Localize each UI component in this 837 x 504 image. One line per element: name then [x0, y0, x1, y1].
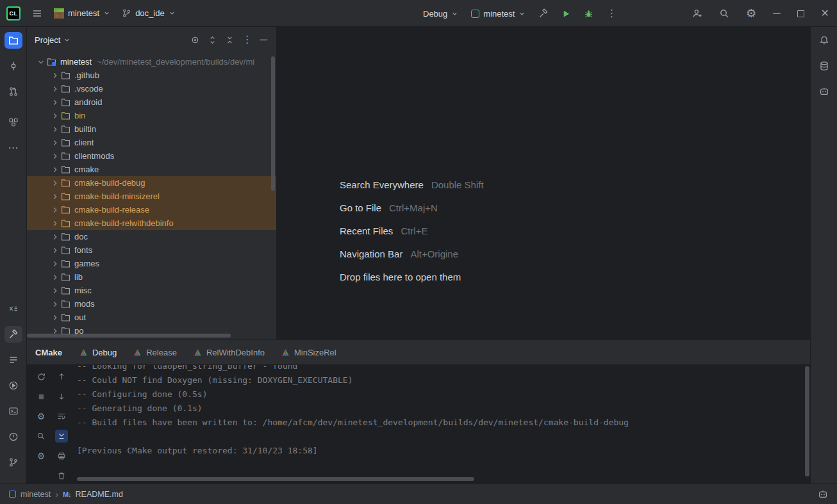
- tree-row[interactable]: .github: [27, 69, 276, 82]
- next-message-icon[interactable]: [55, 390, 68, 403]
- code-with-me-icon[interactable]: [692, 8, 702, 19]
- more-toolwindows-icon[interactable]: ⋯: [4, 140, 22, 156]
- tree-row[interactable]: cmake-build-relwithdebinfo: [27, 216, 276, 230]
- tree-row[interactable]: android: [27, 95, 276, 109]
- tree-row[interactable]: lib: [27, 270, 276, 284]
- tree-row[interactable]: cmake-build-debug: [27, 176, 276, 190]
- print-icon[interactable]: [55, 450, 68, 462]
- x-table-toolwindow-button[interactable]: [4, 300, 22, 317]
- project-widget[interactable]: minetest: [54, 8, 110, 19]
- database-toolwindow-button[interactable]: [815, 58, 833, 74]
- cmake-settings-icon[interactable]: ⚙: [35, 410, 47, 423]
- clear-all-icon[interactable]: [55, 469, 68, 482]
- debug-button[interactable]: [584, 9, 593, 19]
- tree-row[interactable]: cmake: [27, 163, 276, 176]
- prev-message-icon[interactable]: [55, 370, 68, 383]
- tree-row[interactable]: games: [27, 257, 276, 270]
- window-minimize-icon[interactable]: ─: [773, 8, 780, 19]
- editor-area[interactable]: Search Everywhere Double Shift Go to Fil…: [277, 27, 810, 339]
- find-in-output-icon[interactable]: [35, 430, 47, 443]
- chevron-right-icon[interactable]: [50, 259, 60, 268]
- chevron-right-icon[interactable]: [50, 300, 60, 309]
- chevron-right-icon[interactable]: [50, 219, 60, 228]
- chevron-down-icon[interactable]: [36, 58, 46, 67]
- project-vertical-scrollbar[interactable]: [271, 56, 275, 191]
- hide-toolwindow-icon[interactable]: ─: [260, 35, 267, 45]
- tree-row[interactable]: mods: [27, 297, 276, 311]
- build-type-selector[interactable]: Debug: [423, 9, 458, 19]
- todo-toolwindow-button[interactable]: [4, 352, 22, 368]
- tree-row[interactable]: fonts: [27, 243, 276, 257]
- vcs-branch-widget[interactable]: doc_ide: [122, 8, 176, 18]
- chevron-right-icon[interactable]: [50, 152, 60, 161]
- chevron-right-icon[interactable]: [50, 165, 60, 174]
- tree-row[interactable]: .vscode: [27, 82, 276, 95]
- tree-row[interactable]: misc: [27, 284, 276, 297]
- cmake-profile-tab[interactable]: Release: [125, 340, 185, 364]
- chevron-right-icon[interactable]: [50, 111, 60, 120]
- tree-row[interactable]: clientmods: [27, 149, 276, 163]
- main-menu-icon[interactable]: [32, 8, 42, 19]
- stop-icon[interactable]: [35, 390, 47, 403]
- search-icon[interactable]: [719, 8, 729, 19]
- project-toolwindow-button[interactable]: [4, 32, 22, 49]
- tree-row[interactable]: bin: [27, 109, 276, 122]
- reload-cmake-project-icon[interactable]: [35, 370, 47, 383]
- tree-row[interactable]: builtin: [27, 122, 276, 136]
- git-toolwindow-button[interactable]: [4, 454, 22, 471]
- ai-assistant-toolwindow-button[interactable]: [815, 83, 833, 100]
- chevron-right-icon[interactable]: [50, 192, 60, 201]
- cmake-profile-tab[interactable]: MinSizeRel: [273, 340, 345, 364]
- tree-row[interactable]: cmake-build-release: [27, 203, 276, 216]
- tree-root-row[interactable]: minetest ~/dev/minetest_development/buil…: [27, 55, 276, 69]
- tree-row[interactable]: cmake-build-minsizerel: [27, 190, 276, 203]
- project-toolwindow-title[interactable]: Project: [35, 35, 70, 45]
- run-configuration-selector[interactable]: minetest: [471, 9, 526, 19]
- build-hammer-icon[interactable]: [538, 8, 549, 19]
- structure-toolwindow-button[interactable]: [4, 114, 22, 131]
- breadcrumb-project[interactable]: minetest: [21, 490, 51, 499]
- chevron-right-icon[interactable]: [50, 232, 60, 241]
- chevron-right-icon[interactable]: [50, 138, 60, 147]
- chevron-right-icon[interactable]: [50, 98, 60, 107]
- chevron-right-icon[interactable]: [50, 71, 60, 80]
- scroll-to-end-icon[interactable]: [55, 430, 68, 443]
- tree-row[interactable]: client: [27, 136, 276, 149]
- commit-toolwindow-button[interactable]: [4, 58, 22, 74]
- notifications-bell-icon[interactable]: [815, 32, 833, 49]
- more-actions-icon[interactable]: ⋮: [606, 8, 617, 19]
- chevron-right-icon[interactable]: [50, 246, 60, 255]
- cmake-toolwindow-button[interactable]: [4, 326, 22, 343]
- console-vertical-scrollbar[interactable]: [805, 366, 809, 476]
- chevron-right-icon[interactable]: [50, 286, 60, 295]
- window-close-icon[interactable]: ✕: [821, 8, 829, 19]
- run-toolwindow-button[interactable]: [4, 377, 22, 394]
- settings-gear-icon[interactable]: ⚙: [746, 8, 756, 19]
- toolwindow-options-icon[interactable]: ⋮: [242, 35, 253, 45]
- run-button[interactable]: [561, 9, 571, 19]
- breadcrumb-file[interactable]: README.md: [76, 490, 123, 499]
- statusbar-ai-icon[interactable]: [818, 489, 828, 500]
- chevron-right-icon[interactable]: [50, 273, 60, 282]
- console-horizontal-scrollbar[interactable]: [77, 477, 474, 481]
- chevron-right-icon[interactable]: [50, 206, 60, 215]
- console-options-gear-icon[interactable]: ⚙: [35, 450, 47, 462]
- chevron-right-icon[interactable]: [50, 85, 60, 93]
- problems-toolwindow-button[interactable]: [4, 428, 22, 445]
- cmake-console-output[interactable]: -- Looking for luaopen_string_buffer - f…: [70, 365, 810, 484]
- chevron-right-icon[interactable]: [50, 313, 60, 322]
- select-opened-file-icon[interactable]: [190, 35, 200, 45]
- chevron-right-icon[interactable]: [50, 125, 60, 134]
- cmake-profile-tab[interactable]: Debug: [71, 340, 125, 364]
- expand-all-icon[interactable]: [208, 35, 217, 45]
- terminal-toolwindow-button[interactable]: [4, 403, 22, 419]
- cmake-profile-tab[interactable]: RelWithDebInfo: [185, 340, 273, 364]
- chevron-right-icon[interactable]: [50, 179, 60, 188]
- project-horizontal-scrollbar[interactable]: [27, 334, 231, 337]
- pull-requests-toolwindow-button[interactable]: [4, 83, 22, 100]
- soft-wrap-icon[interactable]: [55, 410, 68, 423]
- tree-row[interactable]: doc: [27, 230, 276, 243]
- window-maximize-icon[interactable]: [797, 10, 804, 17]
- tree-row[interactable]: out: [27, 311, 276, 324]
- collapse-all-icon[interactable]: [225, 35, 235, 45]
